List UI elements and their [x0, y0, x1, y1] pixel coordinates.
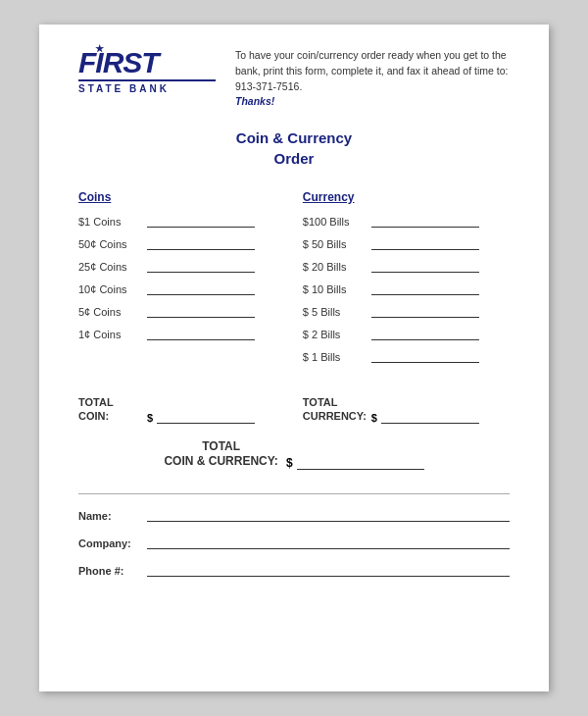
list-item: 10¢ Coins [78, 281, 285, 295]
currency-1-input[interactable] [371, 214, 479, 228]
currency-3-label: $ 20 Bills [303, 261, 371, 273]
list-item: $ 2 Bills [303, 327, 510, 340]
currency-header: Currency [303, 190, 510, 204]
currency-4-input[interactable] [371, 281, 479, 295]
coin-2-label: 50¢ Coins [78, 238, 147, 250]
totals-section: TOTAL COIN: $ TOTAL CURRENCY: $ [78, 389, 510, 424]
currency-7-input[interactable] [371, 349, 479, 363]
coin-total-label: TOTAL COIN: [78, 395, 147, 424]
list-item: $ 5 Bills [303, 304, 510, 318]
grand-total-label: TOTAL COIN & CURRENCY: [164, 439, 277, 470]
coin-1-label: $1 Coins [78, 216, 147, 228]
currency-total-dollar: $ [371, 412, 377, 424]
list-item: $ 10 Bills [303, 281, 510, 295]
currency-2-input[interactable] [371, 236, 479, 250]
logo-i: I [95, 48, 102, 77]
list-item: 5¢ Coins [78, 304, 285, 318]
bank-logo: FIRST [78, 48, 216, 77]
grand-total-section: TOTAL COIN & CURRENCY: $ [78, 439, 510, 470]
company-label: Company: [78, 537, 147, 549]
header-instructions: To have your coin/currency order ready w… [235, 48, 510, 110]
list-item: 1¢ Coins [78, 327, 285, 340]
list-item: $100 Bills [303, 214, 510, 228]
coin-2-input[interactable] [147, 236, 255, 250]
name-input[interactable] [147, 508, 510, 522]
name-label: Name: [78, 510, 147, 522]
company-input[interactable] [147, 536, 510, 549]
coins-column: Coins $1 Coins 50¢ Coins 25¢ Coins 10¢ C… [78, 190, 285, 372]
currency-4-label: $ 10 Bills [303, 283, 371, 295]
bank-name: STATE BANK [78, 79, 216, 94]
currency-column: Currency $100 Bills $ 50 Bills $ 20 Bill… [303, 190, 510, 372]
phone-row: Phone #: [78, 563, 510, 577]
coin-total-block: TOTAL COIN: $ [78, 395, 285, 424]
coins-header: Coins [78, 190, 285, 204]
coin-3-label: 25¢ Coins [78, 261, 147, 273]
currency-total-input[interactable] [381, 410, 479, 424]
list-item: $1 Coins [78, 214, 285, 228]
coin-6-label: 1¢ Coins [78, 329, 147, 340]
currency-7-label: $ 1 Bills [303, 351, 371, 363]
instruction-text: To have your coin/currency order ready w… [235, 49, 508, 92]
logo-area: FIRST STATE BANK [78, 48, 216, 94]
info-section: Name: Company: Phone #: [78, 493, 510, 577]
form-page: FIRST STATE BANK To have your coin/curre… [39, 25, 549, 691]
thanks-text: Thanks! [235, 95, 274, 107]
currency-2-label: $ 50 Bills [303, 238, 371, 250]
currency-5-label: $ 5 Bills [303, 306, 371, 318]
grand-total-dollar: $ [286, 456, 293, 470]
phone-input[interactable] [147, 563, 510, 577]
list-item: 50¢ Coins [78, 236, 285, 250]
currency-3-input[interactable] [371, 259, 479, 273]
coin-1-input[interactable] [147, 214, 255, 228]
grand-total-input[interactable] [297, 454, 424, 470]
coin-5-input[interactable] [147, 304, 255, 318]
currency-6-label: $ 2 Bills [303, 329, 371, 340]
coin-4-input[interactable] [147, 281, 255, 295]
list-item: 25¢ Coins [78, 259, 285, 273]
company-row: Company: [78, 536, 510, 549]
coin-3-input[interactable] [147, 259, 255, 273]
header: FIRST STATE BANK To have your coin/curre… [78, 48, 510, 110]
currency-total-label: TOTAL CURRENCY: [303, 395, 371, 424]
name-row: Name: [78, 508, 510, 522]
order-columns: Coins $1 Coins 50¢ Coins 25¢ Coins 10¢ C… [78, 190, 510, 372]
coin-6-input[interactable] [147, 327, 255, 340]
list-item: $ 1 Bills [303, 349, 510, 363]
coin-4-label: 10¢ Coins [78, 283, 147, 295]
currency-5-input[interactable] [371, 304, 479, 318]
currency-6-input[interactable] [371, 327, 479, 340]
list-item: $ 50 Bills [303, 236, 510, 250]
coin-5-label: 5¢ Coins [78, 306, 147, 318]
phone-label: Phone #: [78, 565, 147, 577]
coin-total-dollar: $ [147, 412, 153, 424]
currency-total-block: TOTAL CURRENCY: $ [303, 395, 510, 424]
coin-total-input[interactable] [157, 410, 255, 424]
form-title: Coin & Currency Order [78, 128, 510, 169]
currency-1-label: $100 Bills [303, 216, 371, 228]
list-item: $ 20 Bills [303, 259, 510, 273]
